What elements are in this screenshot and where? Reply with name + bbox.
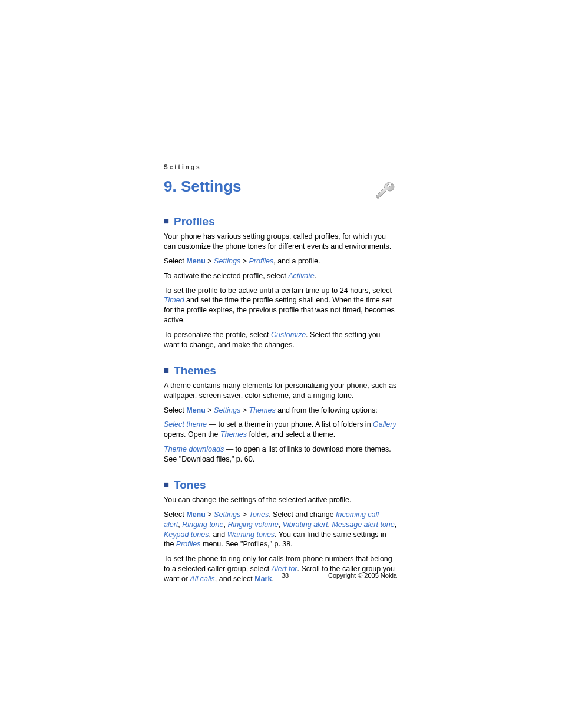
text: To personalize the profile, select bbox=[164, 331, 271, 339]
paragraph: You can change the settings of the selec… bbox=[164, 495, 397, 505]
chapter-title: 9. Settings bbox=[164, 177, 397, 197]
text: Select bbox=[164, 257, 186, 265]
section-title-text: Themes bbox=[174, 364, 216, 377]
text: and set the time the profile setting sha… bbox=[164, 296, 395, 324]
paragraph: Your phone has various setting groups, c… bbox=[164, 232, 397, 252]
menu-term: Settings bbox=[214, 510, 240, 519]
menu-term: Menu bbox=[186, 257, 206, 265]
text: > bbox=[206, 257, 214, 265]
page-content: Settings 9. Settings ■Profiles Your phon… bbox=[164, 164, 397, 598]
menu-term: Activate bbox=[288, 272, 314, 280]
text: menu. See "Profiles," p. 38. bbox=[201, 540, 293, 548]
text: Select bbox=[164, 406, 186, 414]
menu-term: Profiles bbox=[176, 540, 201, 548]
menu-term: All calls bbox=[190, 575, 214, 583]
menu-term: Warning tones bbox=[227, 531, 275, 539]
paragraph: Select theme — to set a theme in your ph… bbox=[164, 420, 397, 440]
paragraph: A theme contains many elements for perso… bbox=[164, 381, 397, 401]
menu-term: Menu bbox=[186, 406, 206, 414]
text: . Select and change bbox=[269, 510, 336, 519]
text: To set the profile to be active until a … bbox=[164, 286, 392, 295]
menu-term: Menu bbox=[186, 510, 206, 519]
menu-term: Gallery bbox=[373, 420, 396, 429]
paragraph: To activate the selected profile, select… bbox=[164, 271, 397, 281]
square-bullet-icon: ■ bbox=[164, 216, 169, 226]
text: , and a profile. bbox=[273, 257, 320, 265]
menu-term: Tones bbox=[249, 510, 269, 519]
text: > bbox=[240, 406, 249, 414]
section-profiles: ■Profiles Your phone has various setting… bbox=[164, 215, 397, 350]
text: , and select bbox=[215, 575, 254, 583]
page-number: 38 bbox=[282, 572, 289, 579]
section-themes: ■Themes A theme contains many elements f… bbox=[164, 364, 397, 465]
section-title-text: Profiles bbox=[174, 215, 215, 228]
menu-term: Vibrating alert bbox=[283, 521, 328, 529]
menu-term: Themes bbox=[220, 430, 247, 439]
menu-term: Mark bbox=[254, 575, 272, 583]
text: — to set a theme in your phone. A list o… bbox=[207, 420, 373, 429]
text: , and bbox=[209, 531, 227, 539]
paragraph: Select Menu > Settings > Themes and from… bbox=[164, 406, 397, 416]
section-title-text: Tones bbox=[174, 479, 206, 491]
square-bullet-icon: ■ bbox=[164, 365, 169, 375]
menu-term: Select theme bbox=[164, 420, 207, 429]
copyright-text: Copyright © 2005 Nokia bbox=[328, 572, 397, 579]
section-title-themes: ■Themes bbox=[164, 364, 397, 377]
section-title-tones: ■Tones bbox=[164, 479, 397, 492]
text: and from the following options: bbox=[276, 406, 378, 414]
menu-term: Customize bbox=[271, 331, 306, 339]
text: > bbox=[240, 257, 249, 265]
section-tones: ■Tones You can change the settings of th… bbox=[164, 479, 397, 584]
menu-term: Themes bbox=[249, 406, 276, 414]
menu-term: Theme downloads bbox=[164, 445, 224, 453]
paragraph: To set the profile to be active until a … bbox=[164, 286, 397, 326]
text: opens. Open the bbox=[164, 430, 220, 439]
paragraph: Select Menu > Settings > Profiles, and a… bbox=[164, 256, 397, 266]
text: To activate the selected profile, select bbox=[164, 272, 288, 280]
menu-term: Ringing volume bbox=[227, 521, 278, 529]
menu-term: Ringing tone bbox=[182, 521, 223, 529]
menu-term: Timed bbox=[164, 296, 184, 304]
running-header: Settings bbox=[164, 164, 397, 170]
menu-term: Profiles bbox=[249, 257, 274, 265]
menu-term: Keypad tones bbox=[164, 531, 209, 539]
menu-term: Message alert tone bbox=[332, 521, 394, 529]
wrench-icon bbox=[372, 178, 398, 204]
menu-term: Settings bbox=[214, 406, 240, 414]
text: , bbox=[395, 521, 396, 529]
paragraph: To personalize the profile, select Custo… bbox=[164, 330, 397, 350]
text: > bbox=[206, 510, 214, 519]
text: folder, and select a theme. bbox=[247, 430, 335, 439]
text: . bbox=[315, 272, 316, 280]
square-bullet-icon: ■ bbox=[164, 479, 169, 489]
text: . bbox=[272, 575, 273, 583]
text: > bbox=[206, 406, 214, 414]
text: > bbox=[240, 510, 249, 519]
paragraph: Select Menu > Settings > Tones. Select a… bbox=[164, 510, 397, 550]
section-title-profiles: ■Profiles bbox=[164, 215, 397, 228]
text: , bbox=[279, 521, 283, 529]
text: Select bbox=[164, 510, 186, 519]
paragraph: To set the phone to ring only for calls … bbox=[164, 554, 397, 584]
menu-term: Settings bbox=[214, 257, 240, 265]
paragraph: Theme downloads — to open a list of link… bbox=[164, 444, 397, 465]
